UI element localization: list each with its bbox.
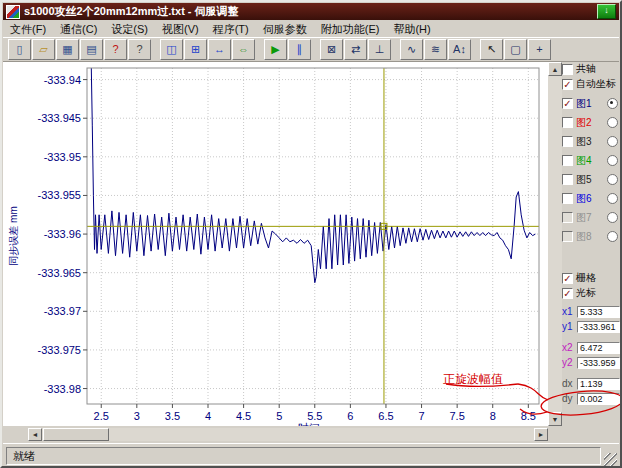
- readout-x2-value[interactable]: 6.472: [577, 342, 620, 354]
- plot-2-radio[interactable]: [607, 117, 618, 128]
- toolbar-separator: [256, 41, 263, 59]
- svg-text:-333.945: -333.945: [38, 112, 81, 124]
- zoom-box-button[interactable]: ⊠: [320, 39, 343, 60]
- menu-item-servo-params[interactable]: 伺服参数: [256, 22, 314, 36]
- fit-x-button[interactable]: ⇔: [232, 39, 255, 60]
- cascade-windows-button[interactable]: ⊞: [184, 39, 207, 60]
- plot-5-checkbox[interactable]: [562, 174, 573, 185]
- plot-2-label: 图2: [576, 116, 592, 130]
- readout-y2-label: y2: [562, 357, 575, 368]
- toolbar-separator: [152, 41, 159, 59]
- span-x-button[interactable]: ↔: [208, 39, 231, 60]
- plot-8-radio[interactable]: [607, 231, 618, 242]
- crosshair-button[interactable]: +: [528, 39, 551, 60]
- fit-x-icon: ⇔: [238, 44, 249, 55]
- cursor-checkbox[interactable]: ✓: [562, 288, 573, 299]
- zoom-y-button[interactable]: ⊥: [368, 39, 391, 60]
- plot-1-radio[interactable]: [607, 98, 618, 109]
- menu-item-help[interactable]: 帮助(H): [386, 22, 437, 36]
- readout-x1-value[interactable]: 5.333: [577, 306, 620, 318]
- plot-7-radio[interactable]: [607, 212, 618, 223]
- wave-plus-button[interactable]: ∿: [400, 39, 423, 60]
- readout-dx-row: dx1.139: [562, 376, 620, 391]
- plot-4-label: 图4: [576, 154, 592, 168]
- save-file-button[interactable]: ▦: [56, 39, 79, 60]
- plot-4-radio[interactable]: [607, 155, 618, 166]
- check-icon: ✓: [563, 98, 571, 109]
- scroll-up-button[interactable]: ▲: [548, 62, 562, 76]
- vertical-scrollbar[interactable]: ▲ ▼: [548, 62, 562, 426]
- auto-amplitude-button[interactable]: A↕: [448, 39, 471, 60]
- readout-dy-row: dy0.002: [562, 391, 620, 406]
- readout-dx-value[interactable]: 1.139: [577, 378, 620, 390]
- plot-4-checkbox[interactable]: [562, 155, 573, 166]
- tile-windows-button[interactable]: ◫: [160, 39, 183, 60]
- wave-minus-button[interactable]: ≋: [424, 39, 447, 60]
- save-file-icon: ▦: [62, 44, 72, 55]
- svg-text:7: 7: [418, 410, 424, 422]
- run-button[interactable]: ▶: [264, 39, 287, 60]
- zoom-y-icon: ⊥: [375, 44, 385, 55]
- menu-item-settings[interactable]: 设定(S): [104, 22, 155, 36]
- auto-scale-checkbox[interactable]: ✓: [562, 79, 573, 90]
- plot-6-row: 图6: [562, 190, 620, 207]
- scrollbar-corner: [3, 428, 28, 441]
- svg-text:-333.98: -333.98: [44, 383, 81, 395]
- open-file-button[interactable]: ▱: [32, 39, 55, 60]
- copy-button[interactable]: ▤: [80, 39, 103, 60]
- plot-7-checkbox[interactable]: [562, 212, 573, 223]
- down-arrow-icon: ↓: [604, 5, 609, 15]
- select-box-button[interactable]: ▢: [504, 39, 527, 60]
- cursor-label: 光标: [576, 286, 596, 300]
- plot-3-radio[interactable]: [607, 136, 618, 147]
- readout-dy-value[interactable]: 0.002: [577, 393, 620, 405]
- plot-4-row: 图4: [562, 152, 620, 169]
- common-axis-checkbox[interactable]: [562, 64, 573, 75]
- pause-button[interactable]: ∥: [288, 39, 311, 60]
- title-bar[interactable]: s1000攻丝2个20mm12mm过.txt - 伺服调整 ↓: [3, 3, 619, 20]
- wave-minus-icon: ≋: [431, 44, 440, 55]
- plot-8-checkbox[interactable]: [562, 231, 573, 242]
- toolbar: ▯▱▦▤??◫⊞↔⇔▶∥⊠⇄⊥∿≋A↕↖▢+: [3, 38, 619, 62]
- plot-2-checkbox[interactable]: [562, 117, 573, 128]
- menu-item-view[interactable]: 视图(V): [155, 22, 206, 36]
- svg-text:-333.97: -333.97: [44, 305, 81, 317]
- menu-item-program[interactable]: 程序(T): [206, 22, 256, 36]
- scroll-left-button[interactable]: ◄: [28, 428, 42, 441]
- cursor-readouts: x15.333y1-333.961x26.472y2-333.959dx1.13…: [562, 304, 620, 406]
- zoom-box-icon: ⊠: [327, 44, 336, 55]
- scroll-down-button[interactable]: ▼: [548, 412, 562, 426]
- menu-item-comm[interactable]: 通信(C): [53, 22, 104, 36]
- resize-grip-icon[interactable]: [604, 453, 617, 466]
- pointer-button[interactable]: ↖: [480, 39, 503, 60]
- svg-text:6.5: 6.5: [378, 410, 393, 422]
- menu-item-extra-functions[interactable]: 附加功能(E): [314, 22, 387, 36]
- menu-item-file[interactable]: 文件(F): [3, 22, 53, 36]
- tile-windows-icon: ◫: [166, 44, 176, 55]
- plot-5-radio[interactable]: [607, 174, 618, 185]
- plot-6-radio[interactable]: [607, 193, 618, 204]
- common-axis-label: 共轴: [576, 62, 596, 76]
- readout-x1-label: x1: [562, 306, 575, 317]
- horizontal-scrollbar[interactable]: ◄ ►: [28, 428, 548, 441]
- zoom-x-button[interactable]: ⇄: [344, 39, 367, 60]
- plot-3-checkbox[interactable]: [562, 136, 573, 147]
- plot-1-checkbox[interactable]: ✓: [562, 98, 573, 109]
- copy-icon: ▤: [86, 44, 96, 55]
- readout-y2-value[interactable]: -333.959: [577, 357, 620, 369]
- plot-7-label: 图7: [576, 211, 592, 225]
- minimize-button[interactable]: ↓: [597, 4, 616, 19]
- readout-y1-value[interactable]: -333.961: [577, 321, 620, 333]
- pointer-icon: ↖: [487, 44, 496, 55]
- status-bar: 就绪: [3, 443, 619, 468]
- new-file-button[interactable]: ▯: [8, 39, 31, 60]
- grid-checkbox[interactable]: ✓: [562, 273, 573, 284]
- run-icon: ▶: [271, 44, 279, 55]
- scrollbar-thumb[interactable]: [43, 428, 109, 441]
- help-button[interactable]: ?: [128, 39, 151, 60]
- scroll-right-button[interactable]: ►: [534, 428, 548, 441]
- app-icon[interactable]: [6, 5, 20, 19]
- zoom-x-icon: ⇄: [351, 44, 360, 55]
- about-button[interactable]: ?: [104, 39, 127, 60]
- plot-6-checkbox[interactable]: [562, 193, 573, 204]
